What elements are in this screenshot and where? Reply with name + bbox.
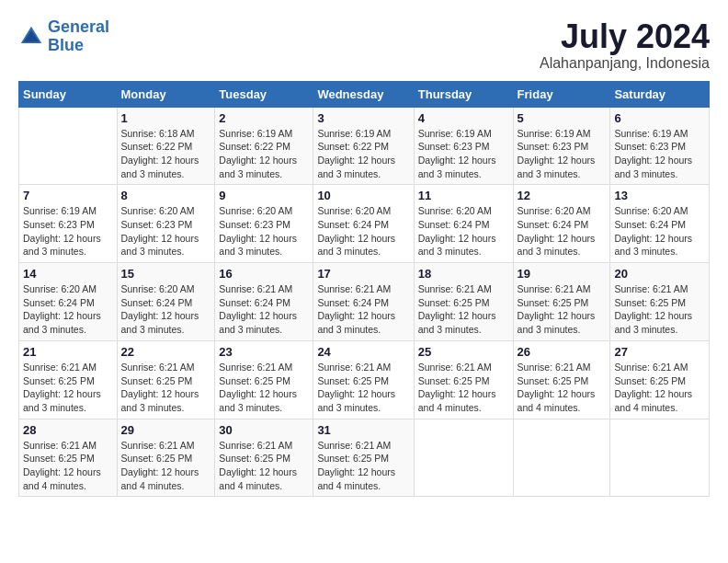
calendar-cell: 8Sunrise: 6:20 AM Sunset: 6:23 PM Daylig… (117, 185, 215, 263)
day-number: 17 (317, 267, 409, 281)
day-info: Sunrise: 6:21 AM Sunset: 6:25 PM Dayligh… (418, 282, 509, 337)
day-info: Sunrise: 6:21 AM Sunset: 6:25 PM Dayligh… (518, 282, 607, 337)
calendar-cell: 10Sunrise: 6:20 AM Sunset: 6:24 PM Dayli… (313, 185, 414, 263)
day-number: 16 (219, 267, 309, 281)
day-number: 30 (219, 423, 309, 437)
day-info: Sunrise: 6:21 AM Sunset: 6:25 PM Dayligh… (219, 439, 309, 493)
day-info: Sunrise: 6:18 AM Sunset: 6:22 PM Dayligh… (121, 127, 211, 181)
weekday-header-thursday: Thursday (414, 81, 513, 107)
day-number: 23 (219, 345, 309, 359)
day-info: Sunrise: 6:20 AM Sunset: 6:24 PM Dayligh… (614, 204, 705, 259)
day-info: Sunrise: 6:21 AM Sunset: 6:25 PM Dayligh… (614, 361, 705, 415)
day-number: 6 (614, 111, 705, 125)
calendar-body: 1Sunrise: 6:18 AM Sunset: 6:22 PM Daylig… (19, 107, 710, 497)
calendar-cell: 4Sunrise: 6:19 AM Sunset: 6:23 PM Daylig… (414, 107, 513, 185)
day-info: Sunrise: 6:21 AM Sunset: 6:25 PM Dayligh… (418, 361, 509, 415)
day-number: 3 (317, 111, 409, 125)
calendar-cell: 26Sunrise: 6:21 AM Sunset: 6:25 PM Dayli… (513, 340, 610, 419)
calendar-week-2: 7Sunrise: 6:19 AM Sunset: 6:23 PM Daylig… (19, 185, 710, 263)
calendar-cell: 24Sunrise: 6:21 AM Sunset: 6:25 PM Dayli… (313, 340, 414, 419)
calendar-cell: 7Sunrise: 6:19 AM Sunset: 6:23 PM Daylig… (19, 185, 118, 263)
calendar-cell: 28Sunrise: 6:21 AM Sunset: 6:25 PM Dayli… (19, 419, 118, 497)
calendar-cell: 16Sunrise: 6:21 AM Sunset: 6:24 PM Dayli… (215, 263, 313, 341)
day-info: Sunrise: 6:19 AM Sunset: 6:22 PM Dayligh… (317, 127, 409, 181)
day-info: Sunrise: 6:21 AM Sunset: 6:25 PM Dayligh… (23, 361, 113, 415)
day-number: 8 (121, 189, 211, 202)
calendar-cell: 9Sunrise: 6:20 AM Sunset: 6:23 PM Daylig… (215, 185, 313, 263)
day-info: Sunrise: 6:20 AM Sunset: 6:24 PM Dayligh… (418, 204, 509, 259)
page-header: General Blue July 2024 Alahanpanjang, In… (18, 18, 710, 72)
day-number: 12 (518, 189, 607, 202)
day-info: Sunrise: 6:21 AM Sunset: 6:25 PM Dayligh… (23, 439, 113, 493)
calendar-cell: 27Sunrise: 6:21 AM Sunset: 6:25 PM Dayli… (610, 340, 710, 419)
calendar-cell: 6Sunrise: 6:19 AM Sunset: 6:23 PM Daylig… (610, 107, 710, 185)
calendar-cell: 31Sunrise: 6:21 AM Sunset: 6:25 PM Dayli… (313, 419, 414, 497)
weekday-header-sunday: Sunday (19, 81, 118, 107)
weekday-header-tuesday: Tuesday (215, 81, 313, 107)
calendar-cell: 2Sunrise: 6:19 AM Sunset: 6:22 PM Daylig… (215, 107, 313, 185)
weekday-header-wednesday: Wednesday (313, 81, 414, 107)
day-info: Sunrise: 6:20 AM Sunset: 6:23 PM Dayligh… (219, 204, 309, 259)
day-number: 5 (518, 111, 607, 125)
day-number: 11 (418, 189, 509, 202)
day-info: Sunrise: 6:21 AM Sunset: 6:24 PM Dayligh… (219, 282, 309, 337)
day-number: 21 (23, 345, 113, 359)
day-info: Sunrise: 6:21 AM Sunset: 6:25 PM Dayligh… (614, 282, 705, 337)
weekday-row: SundayMondayTuesdayWednesdayThursdayFrid… (19, 81, 710, 107)
day-number: 18 (418, 267, 509, 281)
calendar-cell: 12Sunrise: 6:20 AM Sunset: 6:24 PM Dayli… (513, 185, 610, 263)
calendar-table: SundayMondayTuesdayWednesdayThursdayFrid… (18, 81, 710, 498)
day-number: 29 (121, 423, 211, 437)
day-number: 31 (317, 423, 409, 437)
location: Alahanpanjang, Indonesia (540, 55, 710, 72)
day-number: 13 (614, 189, 705, 202)
day-info: Sunrise: 6:19 AM Sunset: 6:22 PM Dayligh… (219, 127, 309, 181)
calendar-cell: 23Sunrise: 6:21 AM Sunset: 6:25 PM Dayli… (215, 340, 313, 419)
calendar-week-4: 21Sunrise: 6:21 AM Sunset: 6:25 PM Dayli… (19, 340, 710, 419)
day-number: 9 (219, 189, 309, 202)
logo-icon (18, 24, 44, 50)
day-number: 25 (418, 345, 509, 359)
calendar-cell: 30Sunrise: 6:21 AM Sunset: 6:25 PM Dayli… (215, 419, 313, 497)
calendar-cell: 14Sunrise: 6:20 AM Sunset: 6:24 PM Dayli… (19, 263, 118, 341)
day-info: Sunrise: 6:19 AM Sunset: 6:23 PM Dayligh… (614, 127, 705, 181)
calendar-cell: 21Sunrise: 6:21 AM Sunset: 6:25 PM Dayli… (19, 340, 118, 419)
day-info: Sunrise: 6:20 AM Sunset: 6:23 PM Dayligh… (121, 204, 211, 259)
day-number: 2 (219, 111, 309, 125)
logo-text: General Blue (48, 18, 109, 55)
day-info: Sunrise: 6:20 AM Sunset: 6:24 PM Dayligh… (23, 282, 113, 337)
day-info: Sunrise: 6:21 AM Sunset: 6:25 PM Dayligh… (317, 439, 409, 493)
day-number: 1 (121, 111, 211, 125)
calendar-cell: 5Sunrise: 6:19 AM Sunset: 6:23 PM Daylig… (513, 107, 610, 185)
day-info: Sunrise: 6:21 AM Sunset: 6:25 PM Dayligh… (121, 361, 211, 415)
day-number: 28 (23, 423, 113, 437)
day-info: Sunrise: 6:20 AM Sunset: 6:24 PM Dayligh… (518, 204, 607, 259)
day-info: Sunrise: 6:19 AM Sunset: 6:23 PM Dayligh… (23, 204, 113, 259)
day-number: 15 (121, 267, 211, 281)
weekday-header-saturday: Saturday (610, 81, 710, 107)
day-number: 10 (317, 189, 409, 202)
weekday-header-friday: Friday (513, 81, 610, 107)
calendar-cell (610, 419, 710, 497)
calendar-week-3: 14Sunrise: 6:20 AM Sunset: 6:24 PM Dayli… (19, 263, 710, 341)
calendar-cell: 3Sunrise: 6:19 AM Sunset: 6:22 PM Daylig… (313, 107, 414, 185)
day-number: 22 (121, 345, 211, 359)
day-info: Sunrise: 6:20 AM Sunset: 6:24 PM Dayligh… (317, 204, 409, 259)
day-number: 26 (518, 345, 607, 359)
day-info: Sunrise: 6:19 AM Sunset: 6:23 PM Dayligh… (418, 127, 509, 181)
day-number: 20 (614, 267, 705, 281)
calendar-cell: 1Sunrise: 6:18 AM Sunset: 6:22 PM Daylig… (117, 107, 215, 185)
calendar-cell: 18Sunrise: 6:21 AM Sunset: 6:25 PM Dayli… (414, 263, 513, 341)
day-info: Sunrise: 6:20 AM Sunset: 6:24 PM Dayligh… (121, 282, 211, 337)
day-number: 19 (518, 267, 607, 281)
day-info: Sunrise: 6:21 AM Sunset: 6:25 PM Dayligh… (121, 439, 211, 493)
weekday-header-monday: Monday (117, 81, 215, 107)
day-number: 14 (23, 267, 113, 281)
calendar-cell: 19Sunrise: 6:21 AM Sunset: 6:25 PM Dayli… (513, 263, 610, 341)
calendar-cell: 29Sunrise: 6:21 AM Sunset: 6:25 PM Dayli… (117, 419, 215, 497)
logo: General Blue (18, 18, 109, 55)
calendar-cell: 20Sunrise: 6:21 AM Sunset: 6:25 PM Dayli… (610, 263, 710, 341)
day-info: Sunrise: 6:19 AM Sunset: 6:23 PM Dayligh… (518, 127, 607, 181)
day-number: 24 (317, 345, 409, 359)
calendar-cell (19, 107, 118, 185)
